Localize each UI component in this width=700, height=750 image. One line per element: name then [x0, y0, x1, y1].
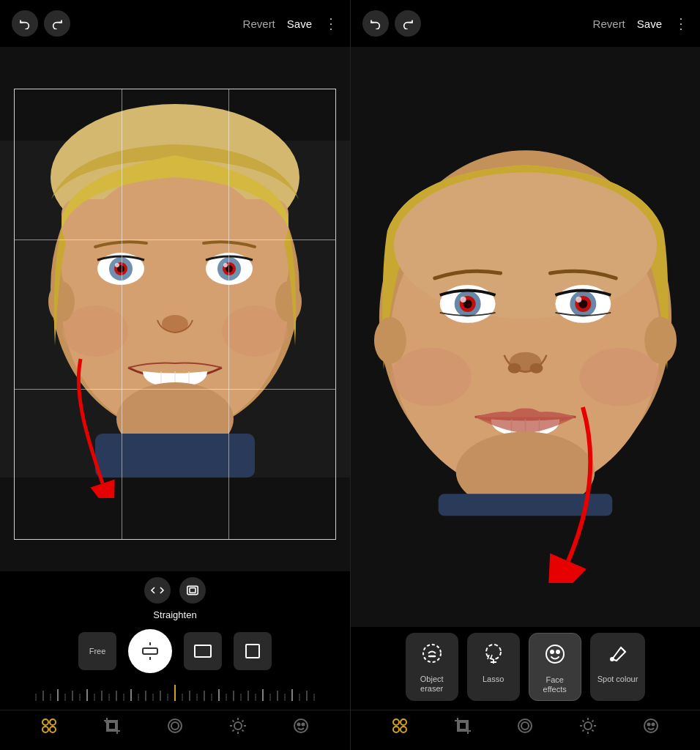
nav-crop-right[interactable] — [453, 716, 472, 735]
redo-button-right[interactable] — [395, 10, 421, 37]
lasso-icon — [482, 642, 505, 670]
photo-left — [0, 47, 350, 571]
crop-tools: Straighten Free — [0, 577, 350, 710]
svg-point-103 — [508, 363, 521, 374]
lasso-label: Lasso — [483, 675, 504, 684]
svg-line-133 — [583, 721, 584, 722]
lasso-button[interactable]: Lasso — [467, 633, 520, 701]
bottom-nav-left — [0, 710, 350, 738]
right-panel: Revert Save ⋮ — [350, 0, 700, 750]
svg-line-83 — [233, 730, 234, 732]
more-button-right[interactable]: ⋮ — [674, 16, 688, 31]
svg-rect-28 — [195, 645, 211, 657]
redo-button[interactable] — [44, 10, 70, 37]
save-group: Revert Save ⋮ — [243, 16, 338, 31]
left-panel: Revert Save ⋮ — [0, 0, 350, 750]
svg-point-118 — [551, 650, 554, 653]
nav-adjustments-left[interactable] — [165, 716, 185, 735]
image-area-right — [351, 47, 700, 627]
undo-redo-group-right — [362, 10, 421, 37]
face-effects-label: Faceeffects — [543, 675, 567, 694]
svg-point-91 — [394, 172, 657, 319]
svg-point-100 — [461, 297, 466, 302]
ruler[interactable] — [0, 685, 350, 707]
svg-line-81 — [233, 721, 234, 722]
nav-tools-right[interactable] — [390, 716, 409, 735]
svg-point-106 — [579, 348, 660, 406]
more-button[interactable]: ⋮ — [324, 16, 338, 31]
svg-point-122 — [401, 719, 406, 725]
nav-tools-left[interactable] — [40, 716, 59, 735]
save-button-right[interactable]: Save — [637, 18, 662, 30]
bottom-toolbar-right: Objecteraser Lasso — [351, 627, 700, 750]
svg-line-135 — [583, 730, 584, 732]
top-bar-right: Revert Save ⋮ — [351, 0, 700, 47]
nav-brightness-left[interactable] — [228, 716, 247, 735]
svg-line-136 — [592, 721, 594, 722]
nav-crop-left[interactable] — [103, 716, 122, 735]
svg-point-120 — [610, 657, 614, 661]
face-effects-button[interactable]: Faceeffects — [529, 633, 581, 701]
svg-point-138 — [648, 724, 650, 726]
shape2-button[interactable] — [234, 632, 272, 670]
svg-point-71 — [42, 727, 48, 732]
svg-point-126 — [518, 719, 532, 732]
svg-point-70 — [50, 719, 56, 725]
free-button[interactable]: Free — [78, 632, 116, 670]
svg-point-14 — [223, 263, 228, 267]
revert-button[interactable]: Revert — [243, 18, 275, 30]
svg-point-21 — [275, 281, 302, 322]
undo-button-right[interactable] — [362, 10, 389, 37]
object-eraser-button[interactable]: Objecteraser — [406, 633, 458, 701]
svg-rect-29 — [246, 645, 259, 658]
svg-rect-25 — [143, 648, 157, 654]
svg-point-75 — [171, 722, 179, 729]
svg-rect-4 — [62, 199, 288, 287]
object-eraser-icon — [420, 642, 444, 670]
undo-button[interactable] — [12, 10, 38, 37]
bottom-nav-right — [351, 710, 700, 738]
object-eraser-label: Objecteraser — [420, 675, 444, 694]
straighten-button[interactable] — [128, 629, 172, 673]
svg-point-74 — [168, 719, 182, 732]
svg-line-84 — [242, 721, 244, 722]
spot-colour-button[interactable]: Spot colour — [590, 633, 646, 701]
nav-face-right[interactable] — [641, 716, 660, 735]
svg-line-82 — [242, 730, 244, 732]
mode-icons-row — [144, 577, 206, 604]
revert-button-right[interactable]: Revert — [593, 18, 625, 30]
svg-point-139 — [652, 724, 655, 726]
svg-point-87 — [302, 724, 305, 726]
nav-adjustments-right[interactable] — [515, 716, 535, 735]
svg-rect-19 — [95, 434, 255, 478]
svg-point-101 — [576, 297, 581, 302]
svg-line-134 — [592, 730, 594, 732]
ruler-ticks — [0, 685, 350, 707]
image-area-left — [0, 47, 350, 571]
frame-mode-icon[interactable] — [179, 577, 206, 604]
svg-point-85 — [294, 719, 308, 732]
svg-point-115 — [423, 645, 441, 662]
nav-brightness-right[interactable] — [578, 716, 597, 735]
svg-point-86 — [298, 724, 300, 726]
bottom-toolbar-left: Straighten Free — [0, 571, 350, 750]
svg-point-105 — [391, 348, 472, 406]
effects-popup: Objecteraser Lasso — [351, 633, 700, 701]
svg-point-76 — [234, 722, 242, 729]
straighten-label: Straighten — [153, 609, 196, 620]
top-bar-left: Revert Save ⋮ — [0, 0, 350, 47]
svg-point-127 — [521, 722, 529, 729]
svg-rect-24 — [190, 588, 196, 593]
svg-point-113 — [644, 317, 677, 364]
svg-point-13 — [115, 263, 119, 267]
svg-point-104 — [529, 363, 543, 374]
nav-face-left[interactable] — [291, 716, 310, 735]
svg-point-72 — [50, 727, 56, 732]
save-button[interactable]: Save — [287, 18, 312, 30]
shape1-button[interactable] — [184, 632, 222, 670]
photo-right — [351, 47, 700, 627]
spot-colour-icon — [606, 642, 630, 670]
save-group-right: Revert Save ⋮ — [593, 16, 688, 31]
code-mode-icon[interactable] — [144, 577, 171, 604]
crop-buttons-row: Free — [0, 629, 350, 673]
